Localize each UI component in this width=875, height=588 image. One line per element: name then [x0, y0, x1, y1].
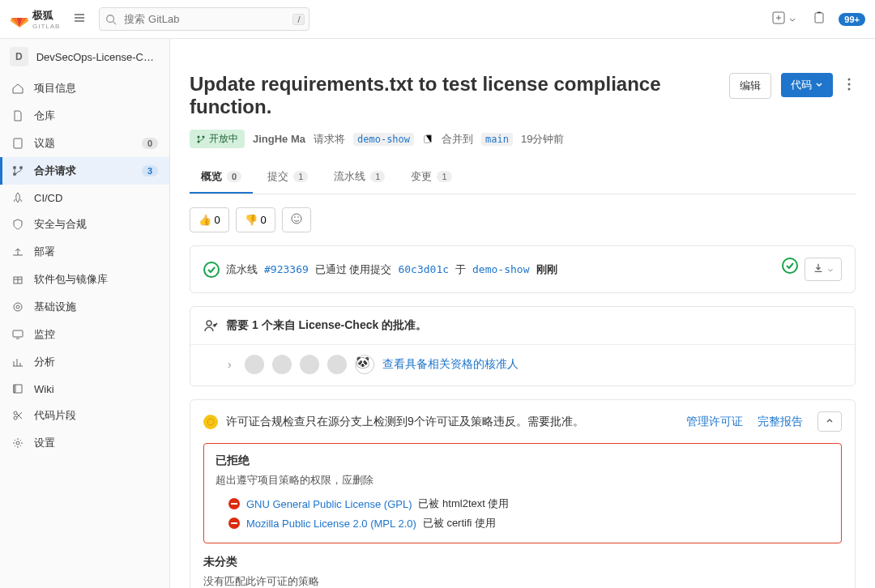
- merge-icon: [11, 164, 24, 177]
- gear-icon: [11, 437, 24, 450]
- sidebar-item-mr[interactable]: 合并请求3: [0, 157, 169, 185]
- project-avatar: D: [10, 47, 28, 66]
- download-icon: [813, 262, 824, 274]
- nav-count: 3: [142, 165, 158, 177]
- avatar[interactable]: [245, 355, 264, 374]
- target-branch[interactable]: main: [481, 133, 513, 146]
- avatar[interactable]: [327, 355, 347, 374]
- chart-icon: [11, 356, 24, 369]
- license-link[interactable]: Mozilla Public License 2.0 (MPL 2.0): [246, 518, 416, 530]
- tab-概览[interactable]: 概览0: [190, 161, 253, 194]
- sidebar-item-repo[interactable]: 仓库: [0, 102, 169, 130]
- search-shortcut: /: [292, 14, 305, 25]
- commit-link[interactable]: 60c3d01c: [398, 263, 449, 275]
- package-icon: [11, 273, 24, 286]
- sidebar-item-monitor[interactable]: 监控: [0, 321, 169, 348]
- pipeline-branch-link[interactable]: demo-show: [472, 263, 529, 275]
- nav-label: 合并请求: [34, 164, 132, 178]
- svg-point-12: [14, 416, 17, 420]
- full-report-link[interactable]: 完整报告: [758, 415, 803, 429]
- nav-label: 项目信息: [34, 81, 158, 96]
- sidebar-item-packages[interactable]: 软件包与镜像库: [0, 266, 169, 293]
- project-header[interactable]: D DevSecOps-License-Com...: [0, 39, 169, 75]
- sidebar-item-snippets[interactable]: 代码片段: [0, 402, 169, 429]
- sidebar-item-issues[interactable]: 议题0: [0, 130, 169, 157]
- add-emoji-button[interactable]: [282, 207, 311, 232]
- search-input[interactable]: [99, 7, 309, 31]
- denied-title: 已拒绝: [216, 454, 830, 468]
- collapse-button[interactable]: [817, 411, 842, 432]
- sidebar-item-security[interactable]: 安全与合规: [0, 211, 169, 238]
- warning-icon: [203, 415, 218, 429]
- code-dropdown[interactable]: 代码: [781, 73, 833, 97]
- plus-square-icon: [772, 11, 785, 24]
- thumbs-up-button[interactable]: 👍 0: [190, 207, 229, 232]
- approval-icon: [203, 318, 218, 333]
- pipeline-id-link[interactable]: #923369: [264, 263, 309, 275]
- svg-point-15: [848, 83, 851, 86]
- nav-label: 软件包与镜像库: [34, 272, 158, 287]
- deploy-icon: [11, 245, 24, 258]
- nav-label: 安全与合规: [34, 217, 158, 232]
- tab-count: 1: [437, 171, 451, 182]
- smile-icon: [290, 212, 303, 225]
- mr-author[interactable]: JingHe Ma: [253, 133, 305, 145]
- todos-badge[interactable]: 99+: [839, 13, 865, 26]
- pipeline-status-icon[interactable]: [782, 258, 798, 274]
- approval-text: 需要 1 个来自 License-Check 的批准。: [226, 318, 427, 333]
- denied-sub: 超出遵守项目策略的权限，应删除: [216, 473, 830, 488]
- issues-icon-header[interactable]: [809, 8, 829, 30]
- thumbs-down-button[interactable]: 👎 0: [236, 207, 275, 232]
- gitlab-fox-icon: [10, 10, 29, 29]
- sidebar-item-deploy[interactable]: 部署: [0, 238, 169, 266]
- license-link[interactable]: GNU General Public License (GPL): [246, 498, 412, 510]
- project-name: DevSecOps-License-Com...: [36, 51, 160, 63]
- sidebar-item-info[interactable]: 项目信息: [0, 75, 169, 102]
- breadcrumb: [190, 39, 856, 63]
- avatar[interactable]: [300, 355, 319, 374]
- create-dropdown[interactable]: [769, 8, 800, 30]
- search-icon: [105, 14, 117, 25]
- copy-icon[interactable]: [422, 134, 433, 145]
- chevron-down-icon: [815, 81, 823, 89]
- source-branch[interactable]: demo-show: [353, 133, 414, 146]
- manage-licenses-link[interactable]: 管理许可证: [686, 415, 743, 429]
- avatar[interactable]: [272, 355, 292, 374]
- svg-point-18: [198, 140, 200, 143]
- svg-point-5: [13, 173, 16, 176]
- svg-point-24: [207, 321, 211, 326]
- tab-流水线[interactable]: 流水线1: [322, 161, 396, 194]
- search-box[interactable]: /: [99, 7, 309, 31]
- tab-提交[interactable]: 提交1: [256, 161, 319, 194]
- menu-toggle-button[interactable]: [68, 6, 91, 32]
- sidebar-item-infra[interactable]: 基础设施: [0, 293, 169, 321]
- more-menu[interactable]: [843, 73, 856, 98]
- nav-label: 部署: [34, 245, 158, 259]
- sidebar-item-cicd[interactable]: CI/CD: [0, 185, 169, 211]
- edit-button[interactable]: 编辑: [729, 73, 771, 99]
- denied-licenses-box: 已拒绝 超出遵守项目策略的权限，应删除 GNU General Public L…: [203, 443, 842, 543]
- infra-icon: [11, 300, 24, 313]
- svg-point-14: [848, 79, 851, 81]
- nav-label: Wiki: [34, 383, 158, 395]
- nav-label: 设置: [34, 436, 158, 450]
- view-approvers-link[interactable]: 查看具备相关资格的核准人: [382, 357, 519, 372]
- avatar[interactable]: 🐼: [355, 355, 374, 374]
- expand-approvers[interactable]: ›: [223, 356, 237, 373]
- brand-logo[interactable]: 极狐GITLAB: [10, 8, 60, 30]
- svg-point-16: [848, 88, 851, 91]
- sidebar-item-settings[interactable]: 设置: [0, 429, 169, 457]
- mr-meta: 开放中 JingHe Ma 请求将 demo-show 合并到 main 19分…: [190, 125, 856, 161]
- kebab-icon: [847, 78, 851, 91]
- rocket-icon: [11, 191, 24, 204]
- nav-label: 分析: [34, 355, 158, 369]
- unclassified-title: 未分类: [203, 555, 842, 569]
- sidebar-item-analytics[interactable]: 分析: [0, 348, 169, 376]
- nav-label: 议题: [34, 136, 132, 151]
- svg-rect-3: [14, 138, 22, 148]
- pipeline-card: 流水线 #923369 已通过 使用提交 60c3d01c 于 demo-sho…: [190, 245, 856, 293]
- tab-变更[interactable]: 变更1: [399, 161, 463, 194]
- chevron-down-icon: [788, 16, 796, 24]
- sidebar-item-wiki[interactable]: Wiki: [0, 376, 169, 402]
- download-artifacts-button[interactable]: [805, 258, 842, 281]
